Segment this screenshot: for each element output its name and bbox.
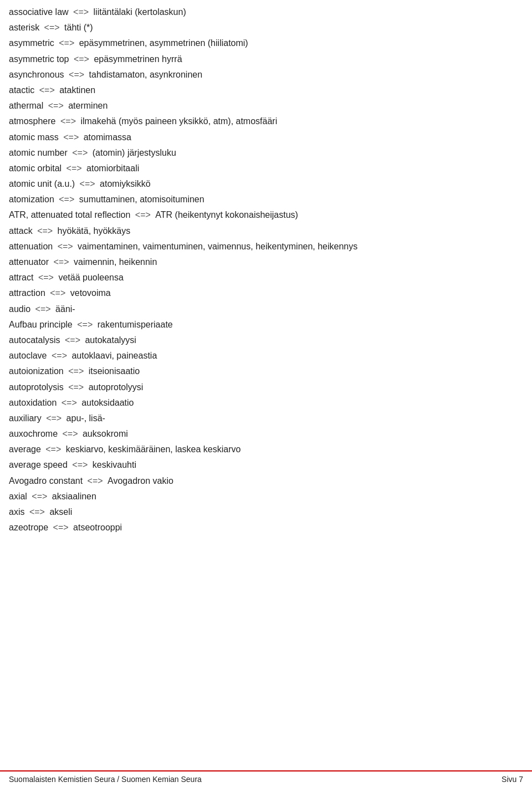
term: attract [9,273,33,282]
translation: atomiorbitaali [86,163,139,173]
list-item: average <=> keskiarvo, keskimääräinen, l… [9,442,523,457]
list-item: associative law <=> liitäntälaki (kertol… [9,4,523,19]
list-item: atomic unit (a.u.) <=> atomiyksikkö [9,176,523,191]
list-item: attack <=> hyökätä, hyökkäys [9,223,523,238]
list-item: atomic mass <=> atomimassa [9,130,523,145]
term: auxiliary [9,413,42,423]
translation: hyökätä, hyökkäys [58,226,131,236]
translation: sumuttaminen, atomisoituminen [79,195,204,204]
list-item: attenuator <=> vaimennin, heikennin [9,254,523,269]
list-item: auxochrome <=> auksokromi [9,426,523,441]
list-item: axis <=> akseli [9,504,523,519]
translation: epäsymmetrinen hyrrä [94,54,182,64]
term: asynchronous [9,70,64,79]
term: attenuator [9,257,49,267]
translation: atomiyksikkö [100,179,151,188]
translation: tähti (*) [64,23,93,32]
translation: autokatalyysi [85,335,136,345]
separator: <=> [50,523,71,532]
term: autoxidation [9,398,57,407]
separator: <=> [35,273,56,282]
translation: Avogadron vakio [108,476,173,486]
list-item: asymmetric top <=> epäsymmetrinen hyrrä [9,52,523,67]
separator: <=> [44,413,64,423]
separator: <=> [59,398,79,407]
translation: ilmakehä (myös paineen yksikkö, atm), at… [80,116,277,126]
separator: <=> [29,492,50,501]
separator: <=> [37,85,57,95]
separator: <=> [33,304,53,314]
translation: apu-, lisä- [66,413,105,423]
list-item: autoionization <=> itseionisaatio [9,364,523,379]
list-item: azeotrope <=> atseotrooppi [9,520,523,535]
translation: ataktinen [59,85,95,95]
separator: <=> [66,70,87,79]
term: atomic number [9,148,68,157]
list-item: atomic orbital <=> atomiorbitaali [9,161,523,176]
translation: keskivauhti [93,460,136,469]
translation: aksiaalinen [52,492,96,501]
term: asterisk [9,23,39,32]
separator: <=> [70,460,90,469]
separator: <=> [45,101,66,110]
list-item: atmosphere <=> ilmakehä (myös paineen yk… [9,114,523,129]
translation: itseionisaatio [89,366,140,376]
list-item: Aufbau principle <=> rakentumisperiaate [9,317,523,332]
separator: <=> [55,242,75,251]
list-item: ATR, attenuated total reflection <=> ATR… [9,207,523,222]
term: axis [9,507,24,517]
translation: autoksidaatio [81,398,134,407]
list-item: axial <=> aksiaalinen [9,489,523,504]
term: atomization [9,195,54,204]
term: auxochrome [9,429,58,438]
term: atactic [9,85,34,95]
translation: vetää puoleensa [58,273,123,282]
list-item: athermal <=> aterminen [9,98,523,113]
separator: <=> [51,257,71,267]
separator: <=> [132,210,153,219]
footer-right: Sivu 7 [502,775,523,784]
separator: <=> [35,226,55,236]
separator: <=> [43,444,64,454]
term: autoionization [9,366,64,376]
term: average speed [9,460,68,469]
translation: rakentumisperiaate [98,320,173,329]
list-item: asynchronous <=> tahdistamaton, asynkron… [9,67,523,82]
term: atmosphere [9,116,56,126]
list-item: audio <=> ääni- [9,301,523,316]
separator: <=> [64,163,84,173]
term: ATR, attenuated total reflection [9,210,130,219]
translation: aterminen [68,101,108,110]
translation: autoprotolyysi [89,382,144,392]
list-item: atomic number <=> (atomin) järjestysluku [9,145,523,160]
list-item: autoprotolysis <=> autoprotolyysi [9,380,523,395]
term: atomic orbital [9,163,62,173]
term: asymmetric top [9,54,69,64]
term: attenuation [9,242,53,251]
footer: Suomalaisten Kemistien Seura / Suomen Ke… [0,770,532,787]
footer-left: Suomalaisten Kemistien Seura / Suomen Ke… [9,775,202,784]
term: attraction [9,288,45,298]
term: autoprotolysis [9,382,64,392]
translation: atseotrooppi [73,523,122,532]
term: atomic unit (a.u.) [9,179,75,188]
term: average [9,444,41,454]
term: asymmetric [9,38,54,48]
list-item: Avogadro constant <=> Avogadron vakio [9,473,523,488]
term: autoclave [9,351,47,360]
list-item: autocatalysis <=> autokatalyysi [9,333,523,347]
list-item: attract <=> vetää puoleensa [9,270,523,285]
list-item: atomization <=> sumuttaminen, atomisoitu… [9,192,523,207]
separator: <=> [66,382,86,392]
separator: <=> [85,476,105,486]
main-content: associative law <=> liitäntälaki (kertol… [0,0,532,770]
list-item: attraction <=> vetovoima [9,285,523,300]
separator: <=> [57,38,77,48]
list-item: asterisk <=> tähti (*) [9,20,523,35]
separator: <=> [61,132,81,142]
separator: <=> [71,54,91,64]
separator: <=> [77,179,98,188]
term: attack [9,226,33,236]
translation: autoklaavi, paineastia [71,351,157,360]
translation: auksokromi [83,429,128,438]
